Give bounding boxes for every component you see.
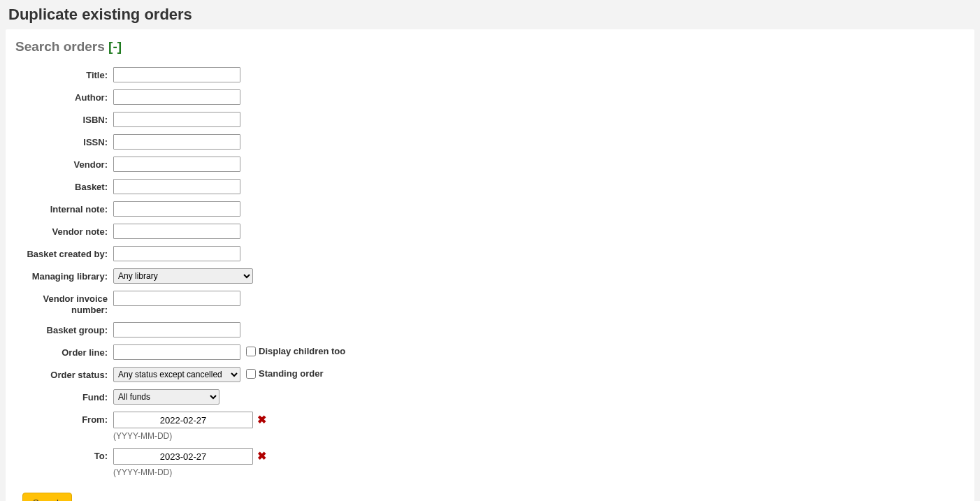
search-legend: Search orders [-] bbox=[15, 39, 965, 55]
internal-note-input[interactable] bbox=[113, 201, 240, 217]
from-label: From: bbox=[15, 412, 113, 426]
to-hint: (YYYY-MM-DD) bbox=[113, 467, 266, 477]
author-label: Author: bbox=[15, 89, 113, 103]
basket-group-label: Basket group: bbox=[15, 322, 113, 336]
vendor-invoice-input[interactable] bbox=[113, 291, 240, 306]
issn-label: ISSN: bbox=[15, 134, 113, 148]
page-title: Duplicate existing orders bbox=[0, 0, 980, 29]
display-children-checkbox[interactable] bbox=[246, 347, 256, 356]
standing-order-label: Standing order bbox=[259, 368, 323, 379]
legend-text: Search orders bbox=[15, 39, 105, 54]
author-input[interactable] bbox=[113, 89, 240, 105]
vendor-invoice-label: Vendor invoice number: bbox=[15, 291, 113, 315]
vendor-input[interactable] bbox=[113, 157, 240, 172]
basket-created-by-input[interactable] bbox=[113, 246, 240, 261]
basket-group-input[interactable] bbox=[113, 322, 240, 337]
order-line-label: Order line: bbox=[15, 344, 113, 358]
order-status-label: Order status: bbox=[15, 367, 113, 381]
standing-order-checkbox[interactable] bbox=[246, 369, 256, 379]
basket-created-by-label: Basket created by: bbox=[15, 246, 113, 260]
clear-from-icon[interactable]: ✖ bbox=[257, 414, 266, 426]
managing-library-select[interactable]: Any library bbox=[113, 268, 253, 284]
vendor-note-input[interactable] bbox=[113, 224, 240, 239]
fund-label: Fund: bbox=[15, 389, 113, 403]
display-children-label: Display children too bbox=[259, 346, 345, 356]
isbn-label: ISBN: bbox=[15, 112, 113, 126]
from-date-input[interactable] bbox=[113, 412, 253, 428]
to-date-input[interactable] bbox=[113, 448, 253, 465]
fund-select[interactable]: All funds bbox=[113, 389, 219, 405]
order-line-input[interactable] bbox=[113, 344, 240, 360]
collapse-toggle[interactable]: [-] bbox=[108, 39, 122, 54]
vendor-label: Vendor: bbox=[15, 157, 113, 170]
title-label: Title: bbox=[15, 67, 113, 81]
basket-label: Basket: bbox=[15, 179, 113, 193]
order-status-select[interactable]: Any status except cancelled bbox=[113, 367, 240, 382]
basket-input[interactable] bbox=[113, 179, 240, 194]
internal-note-label: Internal note: bbox=[15, 201, 113, 215]
isbn-input[interactable] bbox=[113, 112, 240, 127]
to-label: To: bbox=[15, 448, 113, 462]
clear-to-icon[interactable]: ✖ bbox=[257, 451, 266, 462]
issn-input[interactable] bbox=[113, 134, 240, 150]
search-button[interactable]: Search bbox=[22, 493, 72, 501]
from-hint: (YYYY-MM-DD) bbox=[113, 431, 266, 441]
title-input[interactable] bbox=[113, 67, 240, 82]
search-panel: Search orders [-] Title: Author: ISBN: I… bbox=[6, 29, 974, 501]
managing-library-label: Managing library: bbox=[15, 268, 113, 282]
vendor-note-label: Vendor note: bbox=[15, 224, 113, 238]
